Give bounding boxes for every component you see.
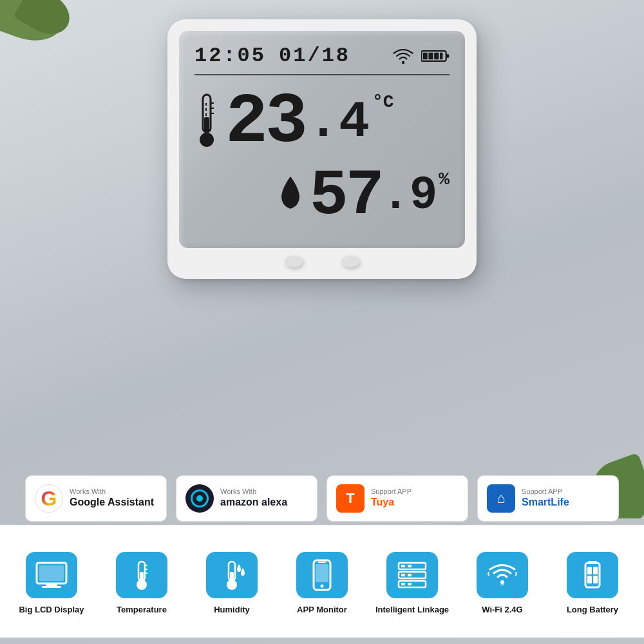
device-outer-casing: 12:05 01/18 (167, 19, 477, 279)
leaf-decoration-top (0, 0, 103, 52)
app-icon-box (296, 552, 348, 598)
battery-feature-icon (575, 558, 610, 592)
svg-rect-48 (593, 567, 598, 574)
feature-wifi: Wi-Fi 2.4G (457, 552, 547, 616)
feature-linkage: Intelligent Linkage (367, 552, 457, 616)
google-icon: G (35, 484, 63, 513)
humidity-decimal: .9 (382, 171, 437, 222)
alexa-badge-text: Works With amazon alexa (220, 488, 287, 509)
svg-rect-3 (423, 52, 428, 59)
svg-point-12 (200, 133, 214, 147)
tuya-name: Tuya (371, 496, 412, 509)
svg-rect-8 (204, 117, 209, 133)
wifi-label: Wi-Fi 2.4G (482, 605, 522, 616)
tuya-badge-text: Support APP Tuya (371, 488, 412, 509)
wifi-icon (392, 47, 415, 65)
lcd-label: Big LCD Display (19, 605, 84, 616)
svg-rect-44 (588, 561, 597, 564)
svg-rect-6 (440, 52, 442, 59)
wifi-icon-box (477, 552, 528, 598)
alexa-icon (185, 484, 214, 513)
feature-temperature: Temperature (97, 552, 187, 616)
humidity-label: Humidity (214, 605, 250, 616)
svg-point-0 (402, 61, 405, 64)
app-monitor-icon (305, 558, 339, 592)
device-container: 12:05 01/18 (135, 19, 509, 279)
svg-point-42 (500, 580, 504, 584)
humidity-row: 57 .9 % (194, 164, 450, 229)
battery-icon-box (567, 552, 618, 598)
tuya-badge: T Support APP Tuya (327, 475, 468, 522)
google-works-with: Works With (70, 488, 154, 496)
feature-lcd: Big LCD Display (6, 552, 97, 616)
compatibility-badges: G Works With Google Assistant Works With… (0, 475, 644, 522)
svg-point-22 (137, 580, 147, 590)
google-badge-text: Works With Google Assistant (70, 488, 154, 509)
svg-rect-4 (428, 52, 433, 59)
smartlife-badge: ⌂ Support APP SmartLife (477, 475, 619, 522)
svg-rect-40 (408, 574, 412, 576)
wifi-feature-icon (485, 558, 520, 592)
lcd-display-icon (34, 558, 69, 592)
svg-rect-10 (205, 108, 207, 111)
lcd-top-row: 12:05 01/18 (194, 44, 450, 68)
app-label: APP Monitor (297, 605, 347, 616)
temperature-value: 23 (225, 87, 305, 158)
smartlife-works-with: Support APP (522, 488, 569, 496)
svg-rect-45 (587, 576, 592, 583)
feature-battery: Long Battery (547, 552, 638, 616)
svg-point-31 (321, 584, 324, 587)
droplet-icon (276, 174, 305, 219)
temperature-row: 23 .4 °C (194, 87, 450, 158)
svg-rect-5 (434, 52, 439, 59)
smartlife-icon: ⌂ (487, 484, 515, 513)
svg-rect-18 (46, 583, 57, 586)
features-section: Big LCD Display Temperature (0, 525, 644, 638)
svg-rect-17 (39, 565, 64, 581)
linkage-icon-box (386, 552, 438, 598)
humidity-feature-icon (214, 558, 249, 592)
svg-rect-38 (401, 583, 405, 585)
tuya-works-with: Support APP (371, 488, 412, 496)
svg-rect-2 (446, 54, 449, 57)
svg-rect-43 (585, 563, 600, 587)
temperature-unit: °C (372, 92, 394, 112)
lcd-time: 12:05 (194, 44, 266, 68)
temperature-feature-icon (124, 558, 159, 592)
time-date-group: 12:05 01/18 (194, 44, 350, 68)
humidity-value: 57 (310, 164, 382, 229)
thermometer-icon (194, 91, 219, 154)
smartlife-badge-text: Support APP SmartLife (522, 488, 569, 509)
svg-point-28 (227, 580, 237, 590)
svg-rect-30 (316, 564, 328, 582)
linkage-icon (395, 558, 430, 592)
lcd-screen: 12:05 01/18 (179, 31, 465, 248)
temperature-label: Temperature (117, 605, 167, 616)
lcd-divider (194, 74, 450, 75)
lcd-status-icons (392, 47, 450, 65)
device-nubs (179, 256, 465, 267)
tuya-icon: T (336, 484, 365, 513)
alexa-works-with: Works With (220, 488, 287, 496)
svg-rect-9 (205, 103, 207, 106)
amazon-alexa-badge: Works With amazon alexa (176, 475, 317, 522)
mounting-nub-left (285, 256, 303, 267)
smartlife-name: SmartLife (522, 496, 569, 509)
humidity-unit: % (439, 169, 450, 189)
lcd-date: 01/18 (279, 44, 350, 68)
lcd-icon-box (26, 552, 77, 598)
temperature-decimal: .4 (308, 94, 370, 151)
svg-rect-36 (401, 565, 405, 567)
feature-humidity: Humidity (187, 552, 277, 616)
battery-icon (421, 48, 450, 64)
feature-app: APP Monitor (277, 552, 367, 616)
svg-rect-19 (42, 586, 61, 588)
battery-label: Long Battery (567, 605, 618, 616)
svg-rect-37 (401, 574, 405, 576)
svg-rect-47 (593, 576, 598, 583)
temperature-icon-box (116, 552, 167, 598)
svg-rect-11 (205, 113, 207, 116)
linkage-label: Intelligent Linkage (375, 605, 449, 616)
svg-rect-39 (408, 565, 412, 567)
humidity-icon-box (206, 552, 258, 598)
